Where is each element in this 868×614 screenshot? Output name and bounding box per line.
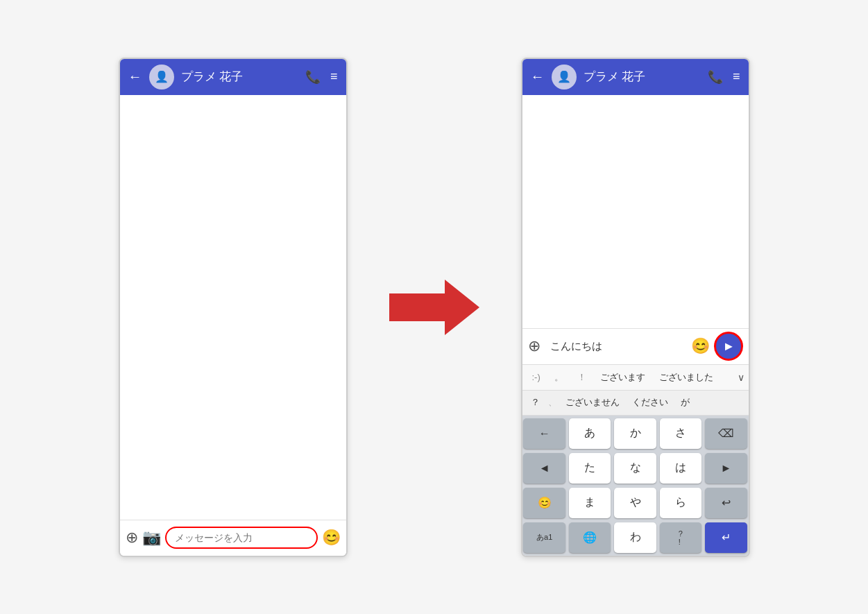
sugg-gozaimashita[interactable]: ございました — [654, 369, 719, 386]
kb-ya-key[interactable]: や — [614, 488, 656, 518]
kb-a-key[interactable]: あ — [569, 418, 611, 449]
emoji-icon-left[interactable]: 😊 — [322, 529, 341, 547]
kb-row-2: ◄ た な は ► — [524, 453, 747, 484]
kb-wa-key[interactable]: わ — [614, 522, 656, 553]
avatar-right: 👤 — [552, 65, 577, 89]
input-bar-right: ⊕ こんにちは 😊 ► — [522, 328, 749, 364]
plus-icon-right[interactable]: ⊕ — [528, 337, 541, 355]
keyboard-area: :-) 。 ！ ございます ございました ∨ ？ 、 ございません ください が… — [522, 364, 749, 556]
kb-left-key[interactable]: ◄ — [523, 453, 565, 484]
red-arrow — [389, 280, 479, 335]
kb-ha-key[interactable]: は — [660, 453, 701, 484]
left-app-bar: ← 👤 プラメ 花子 📞 ≡ — [120, 59, 346, 95]
kb-globe-key[interactable]: 🌐 — [569, 522, 611, 553]
right-phone: ← 👤 プラメ 花子 📞 ≡ ⊕ こんにちは 😊 ► :-) 。 — [521, 58, 750, 557]
arrow-container — [389, 280, 479, 335]
sugg2-sep1: 、 — [548, 396, 557, 409]
camera-icon-left[interactable]: 📷 — [142, 529, 161, 547]
input-bar-left: ⊕ 📷 😊 — [120, 520, 346, 556]
scene: ← 👤 プラメ 花子 📞 ≡ ⊕ 📷 😊 ← 👤 — [0, 0, 868, 614]
menu-icon-right[interactable]: ≡ — [733, 69, 740, 84]
send-icon: ► — [723, 339, 735, 354]
app-bar-icons-right: 📞 ≡ — [708, 69, 740, 85]
kb-right-key[interactable]: ► — [705, 453, 747, 484]
arrow-body — [389, 293, 445, 321]
back-icon-right[interactable]: ← — [531, 69, 545, 85]
keyboard-rows: ← あ か さ ⌫ ◄ た な は ► 😊 ま や — [522, 416, 749, 556]
suggestion-bar-1: :-) 。 ！ ございます ございました ∨ — [522, 364, 749, 391]
call-icon-left[interactable]: 📞 — [305, 69, 321, 85]
left-phone: ← 👤 プラメ 花子 📞 ≡ ⊕ 📷 😊 — [119, 58, 348, 557]
call-icon-right[interactable]: 📞 — [708, 69, 723, 85]
kb-ma-key[interactable]: ま — [569, 488, 611, 518]
sugg-period[interactable]: 。 — [549, 369, 569, 386]
plus-icon-left[interactable]: ⊕ — [126, 529, 138, 547]
kb-enter-key[interactable]: ↵ — [705, 522, 747, 553]
sugg2-gozaimasen[interactable]: ございません — [561, 395, 624, 410]
sugg-smiley[interactable]: :-) — [527, 370, 546, 384]
menu-icon-left[interactable]: ≡ — [330, 69, 338, 84]
sugg-excl[interactable]: ！ — [572, 369, 592, 386]
kb-delete-key[interactable]: ⌫ — [705, 418, 747, 449]
chevron-down-icon[interactable]: ∨ — [738, 372, 744, 383]
avatar-left: 👤 — [149, 65, 174, 89]
kb-mode-key[interactable]: あa1 — [523, 522, 565, 553]
back-icon-left[interactable]: ← — [128, 69, 142, 85]
message-text-right[interactable]: こんにちは — [545, 336, 687, 357]
sugg2-kudasai[interactable]: ください — [628, 395, 672, 410]
emoji-icon-right[interactable]: 😊 — [691, 337, 710, 355]
sugg2-ga[interactable]: が — [676, 395, 694, 410]
kb-ka-key[interactable]: か — [614, 418, 656, 449]
kb-ta-key[interactable]: た — [569, 453, 611, 484]
kb-return-key[interactable]: ↩ — [705, 488, 747, 518]
kb-row-4: あa1 🌐 わ ?! ↵ — [524, 522, 747, 553]
chat-area-left — [120, 95, 346, 520]
kb-na-key[interactable]: な — [614, 453, 656, 484]
sugg-gozaimasu[interactable]: ございます — [595, 369, 651, 386]
arrow-head — [445, 280, 479, 335]
title-right: プラメ 花子 — [584, 69, 701, 85]
kb-row-1: ← あ か さ ⌫ — [524, 418, 747, 449]
suggestion-bar-2: ？ 、 ございません ください が — [522, 391, 749, 416]
app-bar-icons-left: 📞 ≡ — [305, 69, 338, 85]
kb-sa-key[interactable]: さ — [660, 418, 701, 449]
send-button[interactable]: ► — [714, 332, 743, 361]
right-app-bar: ← 👤 プラメ 花子 📞 ≡ — [522, 59, 749, 95]
message-input-left[interactable] — [165, 527, 318, 549]
chat-area-right — [522, 95, 749, 328]
title-left: プラメ 花子 — [181, 69, 298, 85]
kb-ra-key[interactable]: ら — [660, 488, 701, 518]
kb-row-3: 😊 ま や ら ↩ — [524, 488, 747, 518]
kb-back-key[interactable]: ← — [523, 418, 565, 449]
kb-punct-key[interactable]: ?! — [660, 522, 701, 553]
kb-emoji-key[interactable]: 😊 — [523, 488, 565, 518]
sugg2-q[interactable]: ？ — [527, 395, 544, 410]
